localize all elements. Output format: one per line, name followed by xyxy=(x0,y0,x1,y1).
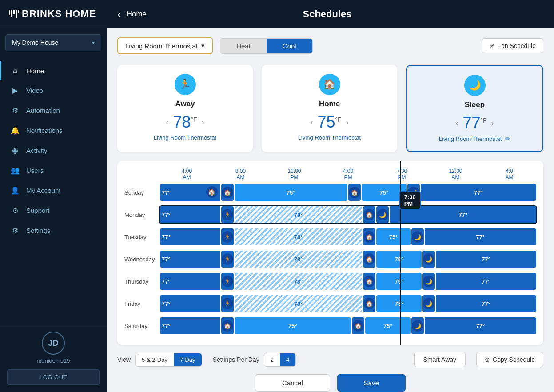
seg: 77° 🏠 xyxy=(160,184,220,201)
seg: 78° xyxy=(235,295,363,312)
home-seg-tue: 🏠 xyxy=(363,231,375,243)
seg: 🏠 xyxy=(363,273,375,290)
time-label-2: 8:00AM xyxy=(214,168,267,180)
time-label-1: 4:00AM xyxy=(160,168,214,180)
users-icon: 👥 xyxy=(10,166,20,175)
action-buttons: Cancel Save xyxy=(117,374,543,392)
seg: 77° xyxy=(436,273,536,290)
schedule-bar-saturday[interactable]: 77° 🏠 75° 🏠 75° 🌙 77° xyxy=(160,317,536,334)
sidebar-item-my-account[interactable]: 👤 My Account xyxy=(0,180,107,200)
sleep-temp-down[interactable]: ‹ xyxy=(455,119,458,128)
heat-button[interactable]: Heat xyxy=(220,39,267,53)
seg: 78° xyxy=(235,273,363,290)
schedule-bar-thursday[interactable]: 77° 🏃 78° 🏠 75° 🌙 77° xyxy=(160,273,536,290)
mode-card-home[interactable]: 🏠 Home ‹ 75°F › Living Room Thermostat xyxy=(262,65,397,152)
my-account-icon: 👤 xyxy=(10,186,20,195)
schedule-row-sunday: Sunday 77° 🏠 🏠 75° 🏠 75° 🌙 xyxy=(124,182,536,203)
day-label-saturday: Saturday xyxy=(124,323,160,329)
away-temp-down[interactable]: ‹ xyxy=(166,118,168,127)
sidebar-item-settings[interactable]: ⚙ Settings xyxy=(0,220,107,240)
spd-4-button[interactable]: 4 xyxy=(280,353,295,366)
view-section: View 5 & 2-Day 7-Day xyxy=(117,353,202,367)
view-label: View xyxy=(117,356,131,363)
time-label-4: 4:00PM xyxy=(321,168,375,180)
sidebar-item-label: Support xyxy=(26,207,50,214)
sidebar-item-label: My Account xyxy=(26,187,61,194)
cool-button[interactable]: Cool xyxy=(267,39,312,53)
view-options: 5 & 2-Day 7-Day xyxy=(135,353,202,367)
smart-away-button[interactable]: Smart Away xyxy=(414,352,466,367)
house-selector[interactable]: My Demo House ▾ xyxy=(5,34,101,51)
home-temp-unit: °F xyxy=(335,116,341,123)
away-seg-icon-fri: 🏃 xyxy=(222,298,233,309)
schedule-bar-monday[interactable]: 77° 🏃 78° 🏠 🌙 77° xyxy=(160,206,536,223)
support-icon: ⊙ xyxy=(10,206,20,215)
sidebar-item-label: Users xyxy=(26,167,44,174)
sidebar-item-activity[interactable]: ◉ Activity xyxy=(0,140,107,160)
seg: 75° xyxy=(376,228,410,245)
day-label-tuesday: Tuesday xyxy=(124,234,160,240)
video-icon: ▶ xyxy=(10,86,20,95)
spd-options: 2 4 xyxy=(264,353,296,367)
sleep-seg-sat: 🌙 xyxy=(412,320,423,332)
logout-button[interactable]: LOG OUT xyxy=(7,369,100,385)
fan-schedule-button[interactable]: ✳ Fan Schedule xyxy=(482,38,543,53)
schedule-bar-sunday[interactable]: 77° 🏠 🏠 75° 🏠 75° 🌙 77° xyxy=(160,184,536,201)
copy-schedule-button[interactable]: ⊕ Copy Schedule xyxy=(476,352,543,367)
edit-icon[interactable]: ✏ xyxy=(505,135,510,142)
seg: 🏃 xyxy=(221,228,234,245)
sleep-icon: 🌙 xyxy=(464,75,486,96)
nav-menu: ⌂ Home ▶ Video ⚙ Automation 🔔 Notificati… xyxy=(0,57,107,324)
home-temp-down[interactable]: ‹ xyxy=(310,118,313,127)
seg: 75° xyxy=(365,317,411,334)
schedule-bar-friday[interactable]: 77° 🏃 78° 🏠 75° 🌙 77° xyxy=(160,295,536,312)
sleep-seg-tue: 🌙 xyxy=(412,231,423,243)
away-thermostat-label: Living Room Thermostat xyxy=(126,134,244,141)
schedule-bar-wednesday[interactable]: 77° 🏃 78° 🏠 75° 🌙 77° xyxy=(160,251,536,268)
schedule-container: 4:00AM 8:00AM 12:00PM 4:00PM 7:30PM 12:0… xyxy=(117,161,543,345)
sidebar-item-label: Video xyxy=(26,87,43,94)
sidebar-item-users[interactable]: 👥 Users xyxy=(0,160,107,180)
sidebar-item-notifications[interactable]: 🔔 Notifications xyxy=(0,120,107,140)
avatar: JD xyxy=(42,332,65,355)
seg: 78° xyxy=(235,206,363,223)
view-5-2-day-button[interactable]: 5 & 2-Day xyxy=(136,353,174,366)
sidebar-item-video[interactable]: ▶ Video xyxy=(0,80,107,100)
notifications-icon: 🔔 xyxy=(10,126,20,135)
time-label-6: 12:00AM xyxy=(429,168,482,180)
sleep-temp-up[interactable]: › xyxy=(491,119,494,128)
schedule-row-monday: Monday 77° 🏃 78° 🏠 🌙 77° xyxy=(124,204,536,225)
back-button[interactable]: ‹ xyxy=(117,9,120,20)
home-seg-sat2: 🏠 xyxy=(352,320,364,332)
sidebar-item-support[interactable]: ⊙ Support xyxy=(0,200,107,220)
away-icon: 🏃 xyxy=(175,74,196,95)
sidebar-item-automation[interactable]: ⚙ Automation xyxy=(0,100,107,120)
home-temp-up[interactable]: › xyxy=(346,118,349,127)
save-button[interactable]: Save xyxy=(337,374,406,392)
fan-icon: ✳ xyxy=(490,42,495,49)
seg: 78° xyxy=(235,228,363,245)
view-7-day-button[interactable]: 7-Day xyxy=(174,353,202,366)
sidebar-item-label: Home xyxy=(26,67,44,75)
seg: 🏠 xyxy=(363,228,375,245)
mode-card-away[interactable]: 🏃 Away ‹ 78°F › Living Room Thermostat xyxy=(117,65,253,152)
time-axis: 4:00AM 8:00AM 12:00PM 4:00PM 7:30PM 12:0… xyxy=(160,168,536,180)
sleep-label: Sleep xyxy=(416,100,534,109)
seg: 77° xyxy=(160,206,220,223)
seg: 75° xyxy=(235,317,351,334)
seg: 🏠 xyxy=(352,317,364,334)
sidebar-item-home[interactable]: ⌂ Home xyxy=(0,61,107,80)
spd-label: Settings Per Day xyxy=(213,356,259,363)
home2-seg-icon: 🏠 xyxy=(222,187,233,198)
thermostat-dropdown[interactable]: Living Room Thermostat ▾ xyxy=(117,37,213,54)
seg: 75° xyxy=(376,273,422,290)
away-temp-up[interactable]: › xyxy=(202,118,204,127)
time-label-7: 4:0AM xyxy=(482,168,536,180)
cancel-button[interactable]: Cancel xyxy=(255,374,330,392)
schedule-bar-tuesday[interactable]: 77° 🏃 78° 🏠 75° 🌙 77° xyxy=(160,228,536,245)
seg: 77° xyxy=(436,295,536,312)
seg: 🏠 xyxy=(348,184,361,201)
mode-card-sleep[interactable]: 🌙 Sleep ‹ 77°F › Living Room Thermostat … xyxy=(406,65,543,152)
spd-2-button[interactable]: 2 xyxy=(264,353,280,366)
copy-schedule-label: Copy Schedule xyxy=(493,356,535,363)
